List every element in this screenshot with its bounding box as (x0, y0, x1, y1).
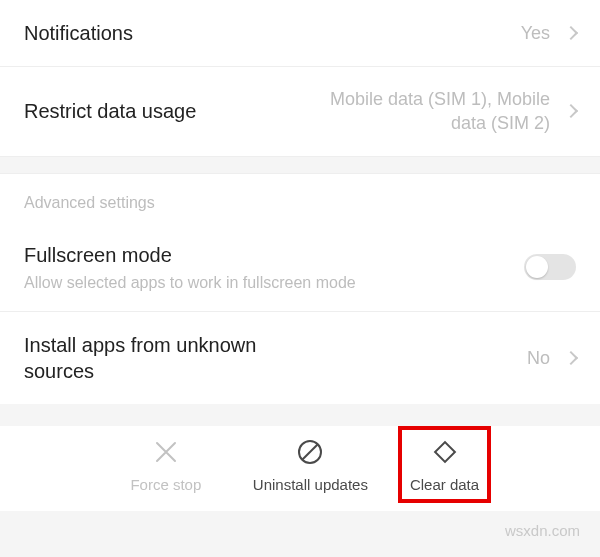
clear-data-label: Clear data (410, 476, 479, 493)
close-icon (150, 436, 182, 468)
unknown-sources-label: Install apps from unknown sources (24, 332, 304, 384)
fullscreen-mode-row[interactable]: Fullscreen mode Allow selected apps to w… (0, 224, 600, 313)
restrict-data-label: Restrict data usage (24, 98, 196, 124)
uninstall-updates-label: Uninstall updates (253, 476, 368, 493)
uninstall-updates-button[interactable]: Uninstall updates (253, 436, 368, 493)
restrict-data-value: Mobile data (SIM 1), Mobile data (SIM 2) (290, 87, 550, 136)
eraser-icon (429, 436, 461, 468)
notifications-label: Notifications (24, 20, 133, 46)
unknown-sources-value: No (527, 346, 550, 370)
section-gap (0, 156, 600, 174)
fullscreen-switch[interactable] (524, 254, 576, 280)
unknown-sources-row[interactable]: Install apps from unknown sources No (0, 312, 600, 404)
svg-rect-2 (435, 442, 455, 462)
force-stop-button[interactable]: Force stop (121, 436, 211, 493)
chevron-right-icon (564, 351, 578, 365)
fullscreen-sub: Allow selected apps to work in fullscree… (24, 272, 524, 294)
force-stop-label: Force stop (130, 476, 201, 493)
settings-list: Notifications Yes Restrict data usage Mo… (0, 0, 600, 156)
advanced-settings-list: Fullscreen mode Allow selected apps to w… (0, 224, 600, 405)
chevron-right-icon (564, 104, 578, 118)
restrict-data-row[interactable]: Restrict data usage Mobile data (SIM 1),… (0, 67, 600, 156)
chevron-right-icon (564, 26, 578, 40)
bottom-action-bar: Force stop Uninstall updates Clear data (0, 426, 600, 511)
section-header-advanced: Advanced settings (0, 174, 600, 224)
prohibit-icon (294, 436, 326, 468)
svg-line-1 (303, 444, 319, 460)
clear-data-button[interactable]: Clear data (398, 426, 491, 503)
watermark: wsxdn.com (505, 522, 580, 539)
notifications-row[interactable]: Notifications Yes (0, 0, 600, 67)
fullscreen-label: Fullscreen mode (24, 242, 524, 268)
notifications-value: Yes (521, 21, 550, 45)
